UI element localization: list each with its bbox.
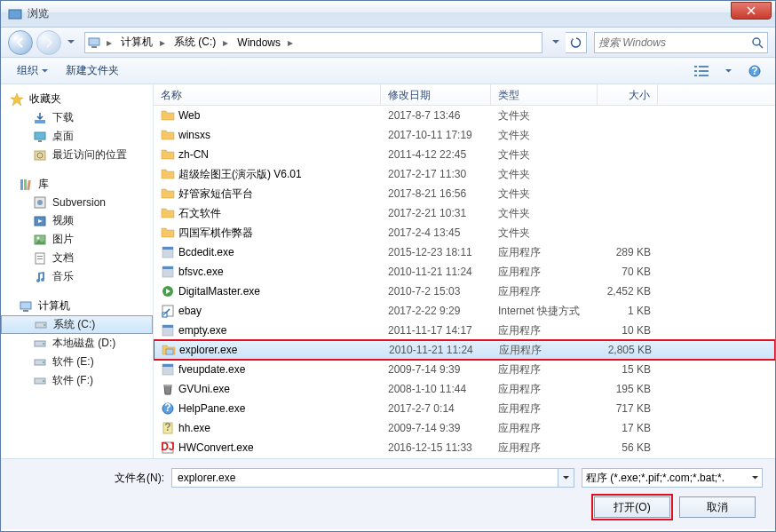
svg-rect-18 — [24, 179, 27, 190]
sidebar-computer-header[interactable]: 计算机 — [1, 297, 153, 315]
open-button[interactable]: 打开(O) — [594, 496, 670, 518]
download-icon — [33, 111, 47, 125]
view-dropdown[interactable] — [717, 61, 740, 81]
file-size: 70 KB — [598, 266, 658, 278]
help-button[interactable]: ? — [743, 61, 766, 81]
svg-rect-17 — [20, 179, 23, 190]
file-row[interactable]: 石文软件2017-2-21 10:31文件夹 — [154, 203, 775, 223]
file-date: 2017-2-17 11:30 — [381, 168, 491, 180]
file-row[interactable]: ?HelpPane.exe2017-2-7 0:14应用程序717 KB — [154, 399, 775, 418]
sidebar-item-drive[interactable]: 系统 (C:) — [1, 315, 153, 334]
file-type: 应用程序 — [491, 265, 598, 280]
new-folder-button[interactable]: 新建文件夹 — [59, 60, 126, 81]
svg-text:DJ: DJ — [161, 441, 174, 453]
file-date: 2016-12-15 11:33 — [381, 441, 491, 454]
path-dropdown[interactable] — [550, 33, 562, 52]
file-size: 2,805 KB — [598, 344, 659, 356]
file-type: Internet 快捷方式 — [491, 304, 598, 319]
file-row[interactable]: empty.exe2011-11-17 14:17应用程序10 KB — [154, 321, 775, 340]
file-type: 文件夹 — [491, 108, 598, 123]
file-size: 15 KB — [598, 363, 658, 376]
view-mode-button[interactable] — [690, 61, 713, 81]
path-chevron[interactable]: ▸ — [219, 36, 232, 49]
file-row[interactable]: winsxs2017-10-11 17:19文件夹 — [154, 125, 775, 145]
folder-icon — [161, 206, 175, 220]
file-row[interactable]: Web2017-8-7 13:46文件夹 — [154, 106, 775, 125]
svg-rect-7 — [699, 70, 709, 72]
folder-icon — [161, 128, 175, 142]
back-button[interactable] — [8, 30, 33, 55]
file-row[interactable]: DigitalMaster.exe2010-7-2 15:03应用程序2,452… — [154, 282, 775, 301]
file-row[interactable]: bfsvc.exe2010-11-21 11:24应用程序70 KB — [154, 262, 775, 282]
file-type: 应用程序 — [491, 401, 598, 417]
sidebar-item-download[interactable]: 下载 — [1, 108, 153, 127]
filename-dropdown[interactable] — [558, 468, 574, 488]
chevron-down-icon — [752, 476, 758, 480]
file-row[interactable]: 四国军棋作弊器2017-2-4 13:45文件夹 — [154, 223, 775, 242]
column-type[interactable]: 类型 — [491, 84, 598, 105]
column-size[interactable]: 大小 — [598, 84, 658, 105]
sidebar-item-recent[interactable]: 最近访问的位置 — [1, 146, 153, 164]
file-row[interactable]: fveupdate.exe2009-7-14 9:39应用程序15 KB — [154, 360, 775, 379]
breadcrumb-bar[interactable]: ▸ 计算机 ▸ 系统 (C:) ▸ Windows ▸ — [84, 32, 542, 53]
view-icon — [694, 65, 709, 77]
close-button[interactable] — [731, 2, 772, 20]
column-headers: 名称 修改日期 类型 大小 — [154, 84, 775, 106]
svg-rect-1 — [89, 38, 99, 45]
file-row[interactable]: ?hh.exe2009-7-14 9:39应用程序17 KB — [154, 418, 775, 438]
sidebar-favorites-header[interactable]: 收藏夹 — [1, 90, 153, 108]
file-date: 2017-10-11 17:19 — [381, 129, 491, 141]
search-input[interactable] — [598, 36, 751, 49]
sidebar-item-desktop[interactable]: 桌面 — [1, 127, 153, 146]
sidebar-item-picture[interactable]: 图片 — [1, 230, 153, 249]
file-row[interactable]: GVUni.exe2008-1-10 11:44应用程序195 KB — [154, 379, 775, 399]
column-name[interactable]: 名称 — [154, 84, 381, 105]
svg-text:?: ? — [164, 401, 170, 414]
search-box[interactable] — [594, 32, 768, 53]
forward-button[interactable] — [36, 30, 61, 55]
column-date[interactable]: 修改日期 — [381, 84, 491, 105]
organize-button[interactable]: 组织 — [10, 60, 55, 81]
svg-rect-0 — [9, 10, 21, 19]
path-chevron[interactable]: ▸ — [103, 36, 115, 49]
path-folder[interactable]: Windows — [232, 33, 284, 52]
path-chevron[interactable]: ▸ — [284, 36, 297, 49]
sidebar-item-music[interactable]: 音乐 — [1, 267, 153, 286]
filename-input[interactable] — [171, 468, 558, 488]
help-icon: ? — [748, 65, 761, 77]
folder-icon — [161, 167, 175, 181]
sidebar-libraries-header[interactable]: 库 — [1, 175, 153, 194]
filter-combo[interactable]: 程序 (*.exe;*.pif;*.com;*.bat;*. — [582, 468, 763, 488]
file-row[interactable]: 超级绘图王(演示版) V6.012017-2-17 11:30文件夹 — [154, 164, 775, 184]
drive-icon — [33, 355, 47, 369]
file-type: 应用程序 — [491, 284, 598, 299]
sidebar-item-drive[interactable]: 本地磁盘 (D:) — [1, 334, 153, 353]
svg-rect-47 — [166, 349, 173, 354]
file-row[interactable]: Bcdedit.exe2015-12-23 18:11应用程序289 KB — [154, 242, 775, 262]
file-row[interactable]: 好管家短信平台2017-8-21 16:56文件夹 — [154, 184, 775, 203]
arrow-right-icon — [43, 36, 55, 49]
cancel-button[interactable]: 取消 — [679, 496, 756, 518]
sidebar-item-video[interactable]: 视频 — [1, 211, 153, 230]
file-row[interactable]: zh-CN2011-4-12 22:45文件夹 — [154, 145, 775, 164]
exe-icon — [161, 245, 175, 259]
file-name: ?hh.exe — [154, 421, 381, 435]
file-name: DigitalMaster.exe — [154, 284, 381, 298]
path-drive[interactable]: 系统 (C:) — [169, 33, 219, 52]
path-chevron[interactable]: ▸ — [156, 36, 169, 49]
sidebar-item-document[interactable]: 文档 — [1, 249, 153, 267]
desktop-icon — [33, 130, 47, 144]
history-dropdown[interactable] — [65, 33, 77, 52]
help-icon: ? — [161, 401, 175, 416]
file-row[interactable]: explorer.exe2010-11-21 11:24应用程序2,805 KB — [154, 340, 775, 360]
sidebar-item-drive[interactable]: 软件 (E:) — [1, 353, 153, 371]
sidebar-item-drive[interactable]: 软件 (F:) — [1, 371, 153, 390]
dialog-body: 收藏夹 下载桌面最近访问的位置 库 Subversion视频图片文档音乐 计算机… — [1, 84, 775, 458]
file-row[interactable]: DJHWConvert.exe2016-12-15 11:33应用程序56 KB — [154, 438, 775, 457]
path-computer[interactable]: 计算机 — [115, 33, 156, 52]
svg-point-24 — [37, 236, 40, 239]
file-row[interactable]: ebay2017-2-22 9:29Internet 快捷方式1 KB — [154, 301, 775, 321]
sidebar-item-svn[interactable]: Subversion — [1, 194, 153, 211]
refresh-button[interactable] — [566, 32, 587, 53]
svg-rect-14 — [38, 140, 42, 142]
